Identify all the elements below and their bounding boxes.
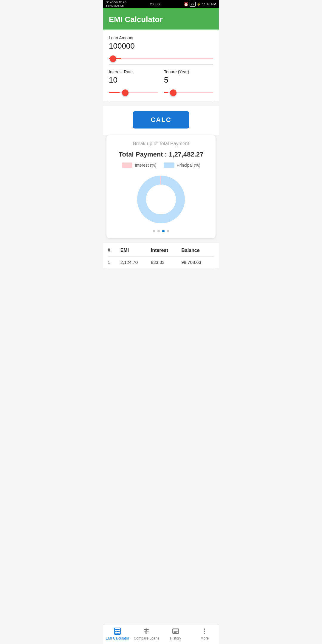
col-header-emi: EMI bbox=[120, 248, 151, 253]
main-content: Loan Amount 100000 Interest Rate 10 Tenu… bbox=[103, 30, 219, 101]
loan-amount-slider[interactable] bbox=[109, 58, 213, 59]
legend-principal: Principal (%) bbox=[164, 162, 200, 168]
loan-amount-section: Loan Amount 100000 bbox=[109, 35, 213, 61]
divider-1 bbox=[109, 64, 213, 65]
amortization-table: # EMI Interest Balance 1 2,124.70 833.33… bbox=[103, 243, 219, 268]
interest-rate-section: Interest Rate 10 bbox=[109, 69, 158, 95]
principal-color-box bbox=[164, 162, 174, 168]
col-header-interest: Interest bbox=[151, 248, 181, 253]
divider-2 bbox=[109, 101, 213, 101]
interest-color-box bbox=[122, 162, 132, 168]
charging-icon: ⚡ bbox=[197, 2, 201, 6]
dot-1[interactable] bbox=[153, 230, 155, 232]
row-1: 1 2,124.70 833.33 98,708.63 bbox=[108, 260, 214, 265]
loan-amount-label: Loan Amount bbox=[109, 35, 213, 40]
dot-4[interactable] bbox=[167, 230, 169, 232]
table-row: 1 2,124.70 833.33 98,708.63 bbox=[108, 257, 214, 268]
dot-3[interactable] bbox=[162, 230, 165, 232]
network-speed: 205B/s bbox=[150, 2, 160, 6]
results-title: Break-up of Total Payment bbox=[112, 141, 210, 146]
carrier-info: Jio 4G VoLTE 4G BSNL MOBILE bbox=[106, 1, 126, 7]
cell-row1-emi: 2,124.70 bbox=[120, 260, 151, 265]
interest-rate-slider[interactable] bbox=[109, 92, 158, 93]
status-bar: Jio 4G VoLTE 4G BSNL MOBILE 205B/s ⏰ 27 … bbox=[103, 0, 219, 8]
dot-2[interactable] bbox=[157, 230, 160, 232]
table-header: # EMI Interest Balance bbox=[108, 248, 214, 257]
col-header-balance: Balance bbox=[181, 248, 214, 253]
donut-chart-container bbox=[112, 173, 210, 226]
chart-legend: Interest (%) Principal (%) bbox=[112, 162, 210, 168]
total-payment-value: 1,27,482.27 bbox=[169, 151, 203, 158]
results-card: Break-up of Total Payment Total Payment … bbox=[106, 135, 216, 238]
tenure-value: 5 bbox=[164, 75, 213, 85]
tenure-slider[interactable] bbox=[164, 92, 213, 93]
donut-center bbox=[146, 185, 176, 214]
cell-row1-balance: 98,708.63 bbox=[181, 260, 214, 265]
app-title: EMI Calculator bbox=[109, 15, 213, 24]
legend-interest: Interest (%) bbox=[122, 162, 156, 168]
status-right: ⏰ 27 ⚡ 11:48 PM bbox=[184, 2, 216, 7]
interest-rate-value: 10 bbox=[109, 75, 158, 85]
calc-btn-container: CALC bbox=[103, 106, 219, 135]
tenure-label: Tenure (Year) bbox=[164, 69, 213, 74]
principal-legend-label: Principal (%) bbox=[177, 163, 200, 168]
carrier-top: Jio 4G VoLTE 4G bbox=[106, 1, 126, 4]
app-header: EMI Calculator bbox=[103, 8, 219, 30]
col-header-num: # bbox=[108, 248, 120, 253]
interest-tenure-row: Interest Rate 10 Tenure (Year) 5 bbox=[109, 69, 213, 98]
alarm-icon: ⏰ bbox=[184, 2, 188, 7]
battery-indicator: 27 bbox=[190, 2, 196, 7]
cell-row1-num: 1 bbox=[108, 260, 120, 265]
total-payment-row: Total Payment : 1,27,482.27 bbox=[112, 151, 210, 158]
time-display: 11:48 PM bbox=[202, 2, 216, 6]
tenure-section: Tenure (Year) 5 bbox=[164, 69, 213, 95]
total-payment-label: Total Payment : bbox=[119, 151, 169, 158]
interest-rate-label: Interest Rate bbox=[109, 69, 158, 74]
calc-button[interactable]: CALC bbox=[133, 111, 189, 129]
donut-chart bbox=[134, 173, 188, 226]
cell-row1-interest: 833.33 bbox=[151, 260, 181, 265]
interest-legend-label: Interest (%) bbox=[135, 163, 156, 168]
carrier-bottom: BSNL MOBILE bbox=[106, 4, 126, 8]
pagination-dots bbox=[112, 230, 210, 232]
loan-amount-value: 100000 bbox=[109, 41, 213, 51]
